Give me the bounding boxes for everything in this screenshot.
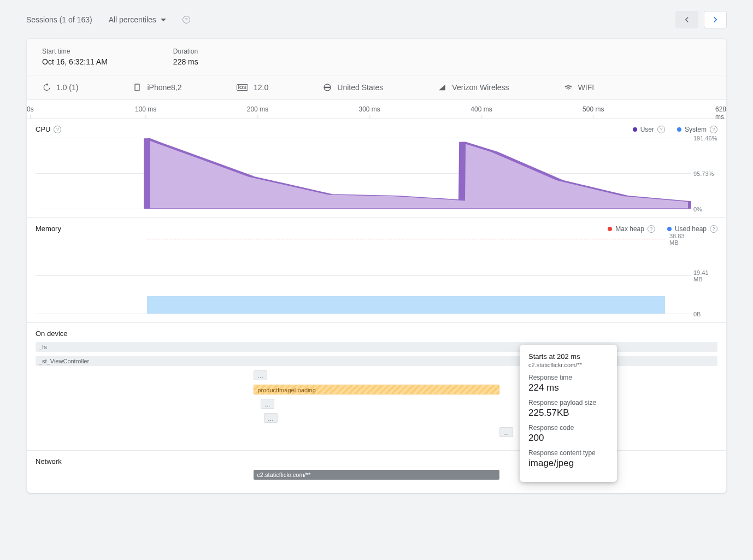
- time-tick: 400 ms: [470, 105, 492, 113]
- legend-user: User?: [633, 126, 665, 133]
- ios-icon: iOS: [237, 84, 249, 91]
- on-device-section: On device _fs_st_ViewController…productI…: [27, 323, 726, 451]
- globe-icon: [323, 83, 332, 92]
- sessions-counter: Sessions (1 of 163): [26, 15, 92, 24]
- session-info-row: 1.0 (1) iPhone8,2 iOS 12.0 United States…: [27, 75, 726, 100]
- trace-bar[interactable]: …: [254, 370, 267, 380]
- session-card: Start time Oct 16, 6:32:11 AM Duration 2…: [26, 38, 727, 493]
- tooltip-field-value: 200: [528, 433, 608, 444]
- trace-bar[interactable]: …: [499, 427, 513, 437]
- device-model: iPhone8,2: [133, 83, 181, 92]
- history-icon: [42, 83, 51, 92]
- tooltip-field-label: Response payload size: [528, 399, 608, 406]
- help-icon[interactable]: ?: [183, 16, 190, 23]
- trace-bar[interactable]: productImageLoading: [254, 385, 499, 394]
- tooltip-field-value: 224 ms: [528, 382, 608, 393]
- percentiles-label: All percentiles: [109, 15, 156, 24]
- tooltip-url: c2.staticflickr.com/**: [528, 362, 608, 368]
- percentiles-dropdown[interactable]: All percentiles: [109, 15, 166, 24]
- phone-icon: [133, 83, 142, 92]
- help-icon[interactable]: ?: [710, 225, 717, 233]
- memory-chart: 38.83 MB 19.41 MB 0B: [36, 237, 691, 314]
- trace-bar[interactable]: …: [261, 399, 274, 409]
- session-header: Start time Oct 16, 6:32:11 AM Duration 2…: [27, 39, 726, 75]
- memory-title: Memory: [36, 225, 61, 233]
- wifi-icon: [564, 83, 573, 92]
- trace-tooltip: Starts at 202 ms c2.staticflickr.com/** …: [520, 345, 617, 482]
- network-bar[interactable]: c2.staticflickr.com/**: [254, 470, 499, 480]
- duration-label: Duration: [173, 48, 198, 55]
- time-tick: 200 ms: [247, 105, 268, 113]
- time-tick: 100 ms: [135, 105, 156, 113]
- cpu-section: CPU ? User? System? 191.46% 95.73% 0%: [27, 119, 726, 218]
- on-device-title: On device: [36, 329, 68, 338]
- legend-system: System?: [677, 126, 717, 133]
- start-time-value: Oct 16, 6:32:11 AM: [42, 57, 108, 66]
- tooltip-starts-at: Starts at 202 ms: [528, 352, 608, 361]
- cpu-chart: 191.46% 95.73% 0%: [36, 138, 691, 209]
- next-button[interactable]: [704, 11, 727, 28]
- tooltip-field-label: Response code: [528, 424, 608, 432]
- chevron-down-icon: [161, 19, 166, 21]
- app-version: 1.0 (1): [42, 83, 78, 92]
- trace-bar[interactable]: …: [264, 413, 278, 423]
- legend-usedheap: Used heap?: [667, 225, 717, 233]
- legend-maxheap: Max heap?: [608, 225, 655, 233]
- start-time-label: Start time: [42, 48, 108, 55]
- tooltip-field-label: Response time: [528, 374, 608, 381]
- os-version: iOS 12.0: [237, 83, 269, 92]
- prev-button[interactable]: [675, 11, 698, 28]
- used-heap-band: [147, 296, 665, 314]
- help-icon[interactable]: ?: [710, 126, 717, 133]
- time-tick: 300 ms: [359, 105, 380, 113]
- time-axis: 0s100 ms200 ms300 ms400 ms500 ms628 ms: [27, 100, 726, 119]
- network-section: Network c2.staticflickr.com/**: [27, 451, 726, 493]
- time-tick: 500 ms: [583, 105, 604, 113]
- tooltip-field-value: 225.57KB: [528, 408, 608, 418]
- memory-section: Memory Max heap? Used heap? 38.83 MB 19.…: [27, 218, 726, 323]
- network-type: WIFI: [564, 83, 595, 92]
- time-tick: 0s: [27, 105, 34, 113]
- duration-value: 228 ms: [173, 57, 198, 66]
- tooltip-field-label: Response content type: [528, 449, 608, 457]
- topbar: Sessions (1 of 163) All percentiles ?: [26, 11, 727, 28]
- signal-icon: [438, 83, 446, 92]
- help-icon[interactable]: ?: [657, 126, 665, 133]
- help-icon[interactable]: ?: [54, 126, 61, 133]
- carrier: Verizon Wireless: [438, 83, 509, 92]
- country: United States: [323, 83, 383, 92]
- tooltip-field-value: image/jpeg: [528, 458, 608, 469]
- cpu-title: CPU: [36, 125, 50, 133]
- network-title: Network: [36, 457, 62, 465]
- help-icon[interactable]: ?: [648, 225, 655, 233]
